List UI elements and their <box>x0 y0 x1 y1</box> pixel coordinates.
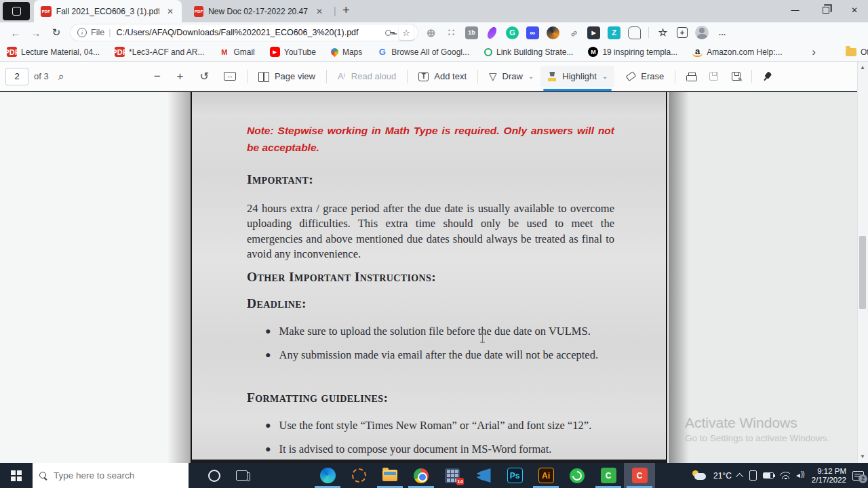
bookmarks-overflow-chevron[interactable]: › <box>812 46 816 58</box>
taskbar-file-explorer[interactable] <box>374 463 406 488</box>
add-favorite-icon[interactable]: ☆ <box>399 25 414 40</box>
back-icon[interactable]: ← <box>5 27 26 39</box>
globe-extension-icon[interactable]: ⊕ <box>425 26 437 39</box>
page-edge-shadow <box>669 92 689 464</box>
chevron-down-icon[interactable]: ⌄ <box>602 73 608 80</box>
scrollbar-thumb[interactable] <box>859 236 866 309</box>
wifi-icon[interactable] <box>780 472 790 479</box>
forward-icon[interactable]: → <box>26 27 46 39</box>
page-number-input[interactable] <box>5 68 28 85</box>
taskbar-camtasia[interactable]: C <box>593 463 624 488</box>
pdf-favicon: PDF <box>41 6 52 17</box>
key-icon[interactable] <box>385 30 395 35</box>
page-info-icon[interactable]: i <box>77 28 87 37</box>
link-extension-icon[interactable]: ∞ <box>564 24 583 42</box>
taskbar-search-input[interactable] <box>54 470 169 481</box>
restore-button[interactable] <box>810 0 841 20</box>
bookmark-item[interactable]: M19 inspiring templa... <box>588 47 677 57</box>
fit-to-width-button[interactable]: ↔ <box>217 66 243 87</box>
save-button[interactable] <box>703 66 725 87</box>
illustrator-icon: Ai <box>538 468 554 483</box>
zoom-out-icon[interactable]: − <box>146 70 169 83</box>
search-icon[interactable]: ⌕ <box>58 70 64 83</box>
tab-close-icon[interactable]: ✕ <box>164 6 176 17</box>
taskbar-vscode[interactable] <box>468 463 499 488</box>
tab-actions-button[interactable] <box>3 2 30 20</box>
amazon-icon: a <box>692 47 703 57</box>
scroll-up-arrow[interactable]: ▲ <box>857 63 868 73</box>
taskbar-edge[interactable] <box>312 463 343 488</box>
bookmark-item[interactable]: Maps <box>331 47 362 57</box>
taskbar-whatsapp[interactable] <box>561 463 593 488</box>
tab-active[interactable]: PDF Fall 2021_ECO606_3 (1).pdf ✕ <box>34 0 182 22</box>
close-button[interactable]: ✕ <box>841 0 868 20</box>
refresh-icon[interactable]: ↻ <box>46 26 66 39</box>
bookmark-item[interactable]: Link Building Strate... <box>484 47 573 57</box>
start-button[interactable] <box>0 463 33 488</box>
volume-icon[interactable] <box>796 472 806 480</box>
bookmark-item[interactable]: PDF*Lec3-ACF and AR... <box>115 47 204 57</box>
favorites-list-icon[interactable]: ☆ <box>656 26 669 39</box>
new-tab-button[interactable]: + <box>342 3 350 18</box>
action-center-icon[interactable]: 2 <box>852 471 864 481</box>
gmail-icon: M <box>219 47 229 57</box>
weather-icon[interactable] <box>692 470 707 481</box>
cortana-button[interactable] <box>201 463 228 488</box>
taskbar-illustrator[interactable]: Ai <box>530 463 561 488</box>
print-button[interactable] <box>679 66 703 87</box>
highlight-button[interactable]: Highlight⌄ <box>540 66 614 87</box>
taskbar-clock[interactable]: 9:12 PM 2/17/2022 <box>812 467 846 485</box>
address-bar[interactable]: i File | C:/Users/AFAQ/Downloads/Fall%20… <box>71 24 418 41</box>
date-label: 2/17/2022 <box>812 476 846 485</box>
doc-bullet: ●Any submission made via email after the… <box>265 349 618 361</box>
page-count-label: of 3 <box>34 71 49 81</box>
zoom-in-icon[interactable]: + <box>169 70 192 83</box>
bookmark-item[interactable]: GBrowse All of Googl... <box>377 47 469 57</box>
settings-dots-icon[interactable]: … <box>716 26 729 39</box>
temperature-label[interactable]: 21°C <box>713 471 732 481</box>
quill-extension-icon[interactable] <box>484 24 501 41</box>
onebox-extension-icon[interactable]: 1b <box>465 26 478 39</box>
bookmark-item[interactable]: PDFLecture Material, 04... <box>7 47 100 57</box>
task-view-button[interactable] <box>228 463 255 488</box>
taskbar-search[interactable] <box>33 463 189 488</box>
grammarly-extension-icon[interactable]: G <box>506 26 519 39</box>
add-text-button[interactable]: TAdd text <box>412 66 473 87</box>
puzzle-extension-icon[interactable] <box>628 26 641 39</box>
scroll-down-arrow[interactable]: ▼ <box>857 452 868 462</box>
highlighter-icon <box>547 72 557 81</box>
draw-button[interactable]: ▽Draw⌄ <box>482 66 540 87</box>
swirl-extension-icon[interactable] <box>547 26 559 39</box>
bookmark-item[interactable]: MGmail <box>219 47 254 57</box>
teal-extension-icon[interactable]: Z <box>608 26 620 39</box>
tray-expand-chevron[interactable] <box>736 472 743 480</box>
erase-button[interactable]: Erase <box>620 66 671 87</box>
other-favorites-button[interactable]: Other favorites <box>846 47 868 57</box>
pin-toolbar-button[interactable] <box>756 66 778 87</box>
taskbar-photoshop[interactable]: Ps <box>499 463 530 488</box>
tab-close-icon[interactable]: ✕ <box>313 6 326 17</box>
taskbar-chrome[interactable] <box>406 463 437 488</box>
minimize-button[interactable]: — <box>780 0 810 20</box>
phone-link-icon[interactable] <box>749 470 757 481</box>
save-as-button[interactable] <box>725 66 747 87</box>
read-aloud-button[interactable]: A⁾Read aloud <box>331 66 403 87</box>
dotted-diamond-extension-icon[interactable]: ∷ <box>445 26 458 39</box>
bookmark-item[interactable]: ▶YouTube <box>270 47 316 57</box>
taskbar-calendar-app[interactable]: 14 <box>437 463 468 488</box>
infinity-extension-icon[interactable]: ∞ <box>526 26 539 39</box>
page-view-button[interactable]: Page view <box>252 66 322 87</box>
bookmark-item[interactable]: aAmazon.com Help:... <box>692 47 782 57</box>
pdf-page[interactable]: Note: Stepwise working in Math Type is r… <box>191 92 667 464</box>
rotate-icon[interactable]: ↺ <box>192 70 217 83</box>
taskbar-camtasia-recorder[interactable]: C <box>624 463 655 488</box>
taskbar-recorder[interactable] <box>343 463 374 488</box>
battery-icon[interactable] <box>763 472 774 479</box>
collections-icon[interactable]: + <box>677 27 688 38</box>
doc-heading-deadline: Deadline: <box>247 296 307 311</box>
video-popup-extension-icon[interactable]: ▶ <box>587 26 600 39</box>
profile-avatar[interactable] <box>695 26 709 39</box>
address-url[interactable]: C:/Users/AFAQ/Downloads/Fall%202021_ECO6… <box>116 28 385 37</box>
chevron-down-icon[interactable]: ⌄ <box>528 73 534 80</box>
tab-inactive[interactable]: PDF New Doc 02-17-2022 20.47.pdf ✕ <box>187 0 331 22</box>
